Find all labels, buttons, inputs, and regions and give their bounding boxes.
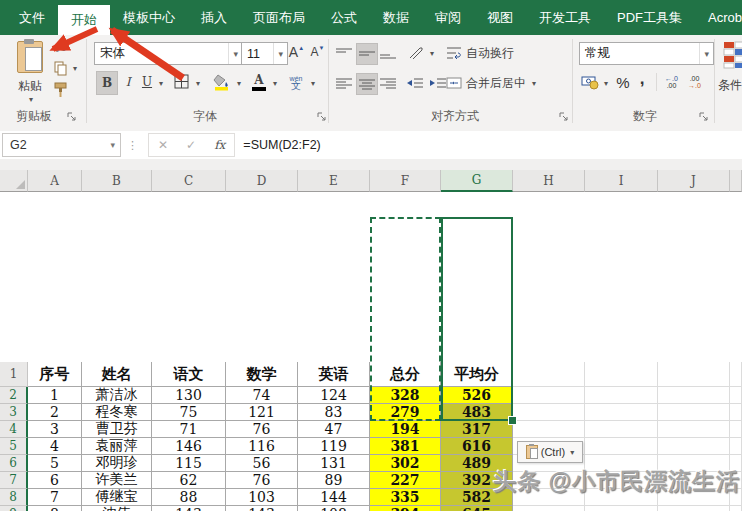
cell[interactable]: 616	[441, 438, 513, 455]
font-dialog-launcher-icon[interactable]	[316, 111, 327, 122]
cell[interactable]: 279	[370, 404, 441, 421]
cell[interactable]: 沈伟	[82, 506, 152, 511]
cell[interactable]: 146	[152, 438, 226, 455]
cell[interactable]: 130	[152, 387, 226, 404]
increase-indent-button[interactable]	[427, 73, 448, 93]
cell[interactable]: 傅继宝	[82, 489, 152, 506]
cell[interactable]: 4	[28, 438, 82, 455]
cell[interactable]	[730, 506, 742, 511]
cell[interactable]: 645	[441, 506, 513, 511]
cell[interactable]	[730, 387, 742, 404]
ribbon-tab[interactable]: 视图	[474, 0, 526, 35]
cell[interactable]: 89	[298, 472, 370, 489]
cell[interactable]	[730, 438, 742, 455]
cell[interactable]: 194	[370, 421, 441, 438]
align-middle-button[interactable]	[356, 43, 378, 65]
ribbon-tab[interactable]: 数据	[370, 0, 422, 35]
clipboard-dialog-launcher-icon[interactable]	[66, 111, 77, 122]
cell[interactable]: 62	[152, 472, 226, 489]
wrap-text-button[interactable]: 自动换行	[446, 43, 564, 63]
decrease-decimal-button[interactable]: .00→.0	[684, 71, 705, 93]
column-header[interactable]: J	[658, 170, 730, 192]
cell[interactable]	[585, 421, 658, 438]
fill-color-dropdown-icon[interactable]: ▾	[237, 79, 241, 88]
cell[interactable]: 英语	[298, 362, 370, 387]
cell[interactable]	[730, 421, 742, 438]
ribbon-tab[interactable]: 页面布局	[240, 0, 318, 35]
underline-dropdown-icon[interactable]: ▾	[159, 79, 163, 88]
column-header[interactable]: G	[441, 170, 513, 192]
cell[interactable]: 语文	[152, 362, 226, 387]
cell[interactable]: 143	[152, 506, 226, 511]
cell[interactable]	[513, 506, 585, 511]
cell[interactable]: 76	[226, 472, 298, 489]
cell[interactable]	[658, 362, 730, 387]
format-painter-button[interactable]	[50, 81, 70, 99]
decrease-indent-button[interactable]	[404, 73, 425, 93]
shrink-font-button[interactable]: A▼	[308, 41, 327, 62]
column-header[interactable]: D	[226, 170, 298, 192]
row-header[interactable]: 4	[0, 421, 28, 438]
cell[interactable]: 76	[226, 421, 298, 438]
row-header[interactable]: 7	[0, 472, 28, 489]
cell[interactable]: 121	[226, 404, 298, 421]
cell[interactable]: 71	[152, 421, 226, 438]
cell[interactable]: 2	[28, 404, 82, 421]
align-center-button[interactable]	[356, 73, 378, 95]
cell[interactable]: 56	[226, 455, 298, 472]
cell[interactable]: 103	[226, 489, 298, 506]
cell[interactable]	[513, 404, 585, 421]
cell[interactable]: 8	[28, 506, 82, 511]
cell[interactable]: 邓明珍	[82, 455, 152, 472]
cell[interactable]: 曹卫芬	[82, 421, 152, 438]
merge-center-button[interactable]: 合并后居中 ▾	[446, 73, 568, 93]
cell[interactable]	[585, 506, 658, 511]
cell[interactable]: 526	[441, 387, 513, 404]
cell[interactable]	[658, 506, 730, 511]
cell[interactable]: 328	[370, 387, 441, 404]
column-header[interactable]	[730, 170, 742, 192]
cell[interactable]: 姓名	[82, 362, 152, 387]
cell[interactable]: 数学	[226, 362, 298, 387]
cell[interactable]: 序号	[28, 362, 82, 387]
ribbon-tab[interactable]: PDF工具集	[604, 0, 695, 35]
cell[interactable]: 6	[28, 472, 82, 489]
number-dialog-launcher-icon[interactable]	[698, 111, 709, 122]
cell[interactable]: 许美兰	[82, 472, 152, 489]
row-header[interactable]: 9	[0, 506, 28, 511]
ribbon-tab[interactable]: 插入	[188, 0, 240, 35]
cut-button[interactable]: ✂	[52, 41, 70, 57]
cell[interactable]	[585, 438, 658, 455]
column-header[interactable]: F	[370, 170, 441, 192]
phonetic-button[interactable]: wén 文	[285, 70, 307, 94]
grow-font-button[interactable]: A▲	[287, 41, 306, 62]
ribbon-tab[interactable]: 审阅	[422, 0, 474, 35]
paste-options-button[interactable]: (Ctrl) ▾	[517, 441, 583, 463]
cell[interactable]: 5	[28, 455, 82, 472]
cell[interactable]: 1	[28, 387, 82, 404]
align-right-button[interactable]	[378, 73, 398, 93]
cell[interactable]	[658, 387, 730, 404]
cell[interactable]	[585, 362, 658, 387]
cancel-button[interactable]: ✕	[149, 138, 177, 152]
select-all-corner[interactable]	[0, 170, 28, 192]
fill-handle[interactable]	[508, 416, 517, 425]
accounting-format-button[interactable]	[579, 72, 601, 92]
ribbon-tab[interactable]: 公式	[318, 0, 370, 35]
number-format-combo[interactable]: 常规 ▾	[579, 42, 714, 65]
cell[interactable]: 总分	[370, 362, 441, 387]
ribbon-tab[interactable]: 模板中心	[110, 0, 188, 35]
name-box[interactable]: G2 ▾	[2, 133, 121, 157]
cell[interactable]: 平均分	[441, 362, 513, 387]
cell[interactable]: 115	[152, 455, 226, 472]
column-header[interactable]: H	[513, 170, 585, 192]
ribbon-tab[interactable]: 文件	[6, 0, 58, 35]
enter-button[interactable]: ✓	[177, 138, 205, 152]
bold-button[interactable]: B	[96, 71, 118, 95]
cell[interactable]: 483	[441, 404, 513, 421]
cell[interactable]: 88	[152, 489, 226, 506]
copy-button[interactable]	[52, 60, 70, 76]
cell[interactable]: 75	[152, 404, 226, 421]
accounting-dropdown-icon[interactable]: ▾	[604, 79, 608, 88]
cell[interactable]: 119	[298, 438, 370, 455]
